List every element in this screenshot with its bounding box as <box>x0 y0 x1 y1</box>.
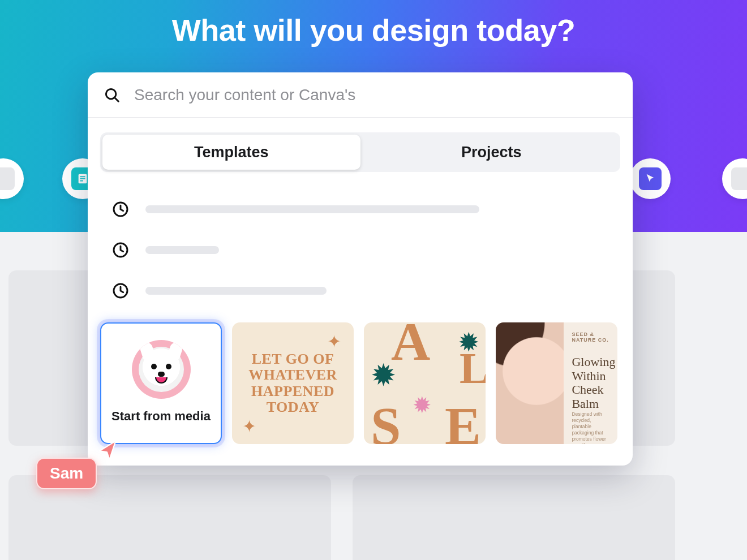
placeholder-line <box>145 205 479 213</box>
category-pill-cursor[interactable] <box>630 158 671 199</box>
search-bar[interactable] <box>88 72 633 118</box>
decorative-letter: A <box>391 322 430 373</box>
cursor-icon <box>639 167 662 190</box>
template-results: Start from media ✦ LET GO OF WHATEVER HA… <box>88 317 633 459</box>
placeholder-line <box>145 246 219 254</box>
clock-icon <box>111 200 130 218</box>
start-from-media-label: Start from media <box>111 409 211 424</box>
clock-icon <box>111 241 130 259</box>
svg-rect-3 <box>80 180 83 182</box>
tab-projects[interactable]: Projects <box>363 132 621 172</box>
product-title: Glowing Within Cheek Balm <box>572 355 611 411</box>
tab-templates[interactable]: Templates <box>102 135 360 170</box>
template-text: LET GO OF WHATEVER HAPPENED TODAY <box>248 351 337 415</box>
recent-searches <box>88 172 633 317</box>
svg-rect-2 <box>80 178 85 179</box>
clock-icon <box>111 282 130 300</box>
starburst-icon: ✹ <box>458 327 480 357</box>
search-tabs: Templates Projects <box>100 132 620 172</box>
svg-rect-1 <box>80 176 85 177</box>
hero-headline: What will you design today? <box>0 12 747 48</box>
background-card <box>353 475 675 560</box>
sparkle-icon: ✦ <box>242 416 256 436</box>
sparkle-icon: ✦ <box>327 331 341 351</box>
product-description: Designed with recycled, plantable packag… <box>572 411 611 445</box>
product-image <box>496 322 564 444</box>
starburst-icon: ✹ <box>413 392 432 418</box>
recent-search-item[interactable] <box>111 230 609 270</box>
svg-line-5 <box>115 98 118 101</box>
search-icon <box>104 87 121 104</box>
recent-search-item[interactable] <box>111 189 609 230</box>
collaborator-name-tag: Sam <box>36 458 97 489</box>
starburst-icon: ✹ <box>371 357 396 393</box>
placeholder-line <box>145 287 327 295</box>
search-suggestions-panel: Templates Projects <box>88 72 633 466</box>
search-input[interactable] <box>134 86 617 104</box>
recent-search-item[interactable] <box>111 270 609 311</box>
decorative-letter: S <box>371 395 401 444</box>
template-card-quote[interactable]: ✦ LET GO OF WHATEVER HAPPENED TODAY ✦ <box>232 322 354 444</box>
template-card-letters[interactable]: A L S E ✹ ✹ ✹ <box>364 322 486 444</box>
dog-image <box>139 347 184 392</box>
decorative-letter: E <box>445 395 481 444</box>
media-thumbnail <box>132 340 191 399</box>
template-card-product[interactable]: SEED & NATURE CO. Glowing Within Cheek B… <box>496 322 617 444</box>
product-brand: SEED & NATURE CO. <box>572 331 611 343</box>
start-from-media-card[interactable]: Start from media <box>100 322 222 444</box>
